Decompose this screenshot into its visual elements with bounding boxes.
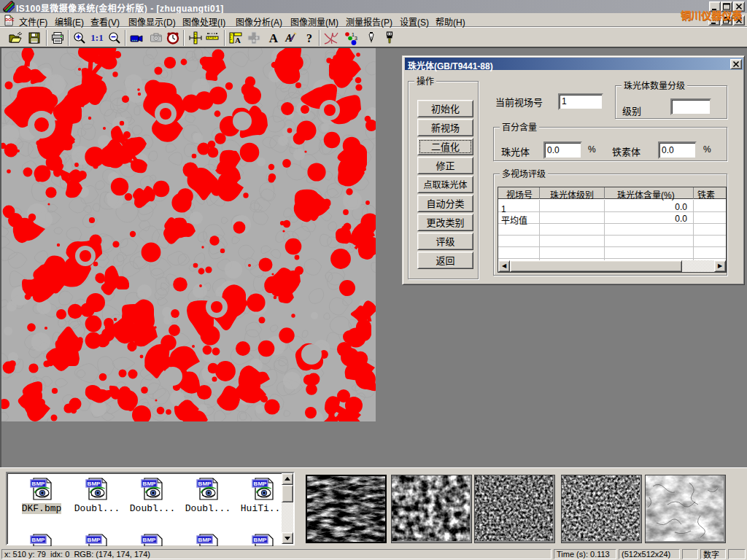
svg-text:BMP: BMP (143, 481, 156, 487)
svg-text:BMP: BMP (198, 537, 212, 543)
svg-text:?: ? (306, 32, 312, 44)
svg-text:1:1: 1:1 (90, 32, 103, 43)
svg-text:BMP: BMP (88, 481, 101, 487)
svg-text:BMP: BMP (32, 537, 45, 543)
svg-text:BMP: BMP (143, 537, 156, 543)
svg-text:BMP: BMP (254, 537, 267, 543)
svg-text:DOC: DOC (5, 18, 14, 22)
svg-text:BMP: BMP (88, 537, 101, 543)
svg-text:BMP: BMP (32, 481, 45, 487)
svg-text:3: 3 (355, 36, 357, 41)
svg-text:A: A (235, 36, 241, 44)
svg-text:A: A (269, 31, 279, 45)
svg-text:BMP: BMP (254, 481, 267, 487)
svg-text:BMP: BMP (198, 481, 212, 487)
